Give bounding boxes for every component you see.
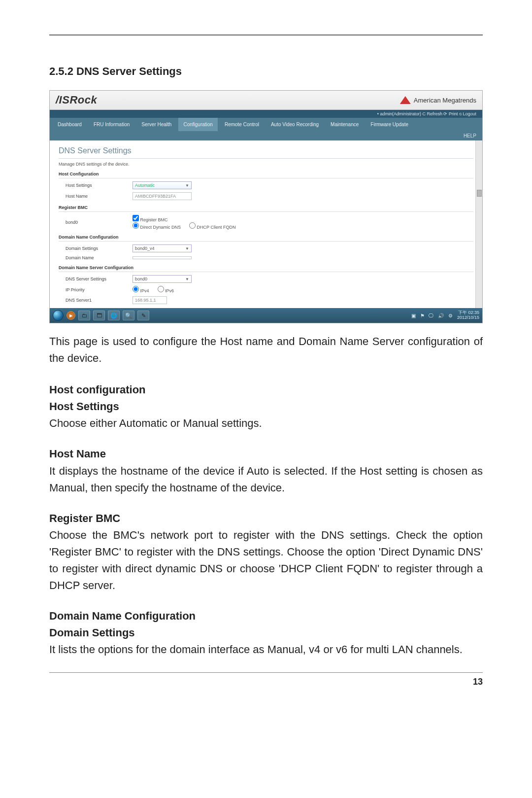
ss-domain-name-config: Domain Name Configuration Domain Setting… xyxy=(59,235,473,260)
ss-desc: Manage DNS settings of the device. xyxy=(59,162,473,167)
domain-settings-heading: Domain Settings xyxy=(49,625,483,641)
system-tray: ▣ ⚑ 🖵 🔊 ⚙ 下午 02:35 2012/10/15 xyxy=(411,308,479,323)
ss-help-link[interactable]: HELP xyxy=(50,131,482,140)
taskbar-app-5[interactable]: ✎ xyxy=(137,311,149,320)
register-bmc-text: Choose the BMC's network port to registe… xyxy=(49,527,483,594)
ami-text: American Megatrends xyxy=(414,97,476,104)
chevron-down-icon: ▼ xyxy=(185,183,189,188)
host-name-heading: Host Name xyxy=(49,446,483,462)
domain-name-label: Domain Name xyxy=(59,255,133,260)
register-bmc-checkbox[interactable]: Register BMC xyxy=(133,217,168,222)
windows-taskbar: ▶ 🗀 🗔 🌐 🔍 ✎ ▣ ⚑ 🖵 🔊 ⚙ 下午 02:35 2012/10/1… xyxy=(50,308,482,323)
ipv6-label: IPv6 xyxy=(165,288,174,293)
register-bmc-check-label: Register BMC xyxy=(140,217,168,222)
ss-page-title: DNS Server Settings xyxy=(59,146,473,159)
host-name-input[interactable]: AMIBCDFF93B21FA xyxy=(133,192,192,200)
scrollbar-thumb[interactable] xyxy=(477,190,482,197)
domain-config-heading: Domain Name Configuration xyxy=(49,608,483,625)
host-settings-label: Host Settings xyxy=(59,183,133,188)
start-orb-icon[interactable] xyxy=(53,310,64,321)
host-settings-text: Choose either Automatic or Manual settin… xyxy=(49,415,483,432)
taskbar-app-1[interactable]: 🗀 xyxy=(78,311,90,320)
host-name-block: Host Name It displays the hostname of th… xyxy=(49,446,483,496)
host-config-block: Host configuration Host Settings Choose … xyxy=(49,382,483,432)
tray-date: 2012/10/15 xyxy=(457,315,479,320)
ss-register-bmc: Register BMC bond0 Register BMC Direct D… xyxy=(59,205,473,230)
tray-clock[interactable]: 下午 02:35 2012/10/15 xyxy=(457,311,479,320)
domain-config-block: Domain Name Configuration Domain Setting… xyxy=(49,608,483,658)
host-settings-value: Automatic xyxy=(135,183,155,188)
ddns-radio-label: Direct Dynamic DNS xyxy=(140,225,181,230)
chevron-down-icon: ▼ xyxy=(185,277,189,281)
nav-firmware-update[interactable]: Firmware Update xyxy=(366,118,413,131)
dhcp-radio-input[interactable] xyxy=(189,222,196,229)
tray-icons[interactable]: ▣ ⚑ 🖵 🔊 ⚙ xyxy=(411,313,454,318)
nav-auto-video-recording[interactable]: Auto Video Recording xyxy=(266,118,324,131)
nav-fru-information[interactable]: FRU Information xyxy=(89,118,134,131)
top-rule xyxy=(49,35,483,35)
domain-settings-label: Domain Settings xyxy=(59,246,133,251)
section-title: 2.5.2 DNS Server Settings xyxy=(49,65,483,78)
dns-settings-select[interactable]: bond0 ▼ xyxy=(133,275,192,283)
dns-settings-value: bond0 xyxy=(135,277,147,281)
dhcp-radio-label: DHCP Client FQDN xyxy=(197,225,236,230)
domain-settings-value: bond0_v4 xyxy=(135,246,155,251)
ss-domain-config-title: Domain Name Configuration xyxy=(59,235,473,242)
intro-paragraph: This page is used to configure the Host … xyxy=(49,333,483,367)
host-config-heading: Host configuration xyxy=(49,382,483,398)
register-bmc-block: Register BMC Choose the BMC's network po… xyxy=(49,510,483,594)
ipv4-label: IPv4 xyxy=(140,288,149,293)
page-number: 13 xyxy=(49,673,483,687)
domain-settings-select[interactable]: bond0_v4 ▼ xyxy=(133,244,192,252)
host-name-text: It displays the hostname of the device i… xyxy=(49,463,483,496)
taskbar-app-2[interactable]: 🗔 xyxy=(93,311,105,320)
ami-logo: American Megatrends xyxy=(400,96,476,104)
domain-settings-text: It lists the options for the domain inte… xyxy=(49,641,483,658)
asrock-logo: /ISRock xyxy=(56,94,97,106)
ipv6-radio-input[interactable] xyxy=(158,286,164,292)
dns-server1-input[interactable]: 168.95.1.1 xyxy=(133,296,167,304)
nav-maintenance[interactable]: Maintenance xyxy=(326,118,364,131)
nav-dashboard[interactable]: Dashboard xyxy=(53,118,87,131)
ddns-radio-input[interactable] xyxy=(133,222,139,229)
wmp-icon[interactable]: ▶ xyxy=(66,311,75,320)
ss-user-bar: • admin(Administrator) C Refresh ⟳ Print… xyxy=(50,110,482,118)
ipv6-radio[interactable]: IPv6 xyxy=(158,288,174,293)
taskbar-app-3[interactable]: 🌐 xyxy=(108,311,120,320)
dns-settings-label: DNS Server Settings xyxy=(59,277,133,281)
taskbar-app-4[interactable]: 🔍 xyxy=(123,311,134,320)
screenshot-dns-settings: /ISRock American Megatrends • admin(Admi… xyxy=(49,90,483,323)
host-name-label: Host Name xyxy=(59,194,133,199)
domain-name-input[interactable] xyxy=(133,256,192,259)
ami-triangle-icon xyxy=(400,96,411,104)
host-settings-select[interactable]: Automatic ▼ xyxy=(133,181,192,189)
register-bmc-heading: Register BMC xyxy=(49,510,483,527)
ss-host-config: Host Configuration Host Settings Automat… xyxy=(59,172,473,200)
ip-priority-label: IP Priority xyxy=(59,287,133,292)
nav-remote-control[interactable]: Remote Control xyxy=(220,118,264,131)
dns-server1-label: DNS Server1 xyxy=(59,298,133,303)
register-bmc-check-input[interactable] xyxy=(133,215,139,221)
ipv4-radio-input[interactable] xyxy=(133,286,139,292)
host-settings-heading: Host Settings xyxy=(49,398,483,415)
ss-register-bmc-title: Register BMC xyxy=(59,205,473,212)
ss-dns-server-config: Domain Name Server Configuration DNS Ser… xyxy=(59,265,473,304)
direct-dynamic-dns-radio[interactable]: Direct Dynamic DNS xyxy=(133,225,181,230)
chevron-down-icon: ▼ xyxy=(185,246,189,251)
dhcp-client-fqdn-radio[interactable]: DHCP Client FQDN xyxy=(189,225,235,230)
ipv4-radio[interactable]: IPv4 xyxy=(133,288,149,293)
ss-host-config-title: Host Configuration xyxy=(59,172,473,178)
ss-dns-config-title: Domain Name Server Configuration xyxy=(59,265,473,272)
nav-server-health[interactable]: Server Health xyxy=(136,118,176,131)
ss-nav: Dashboard FRU Information Server Health … xyxy=(50,118,482,131)
nav-configuration[interactable]: Configuration xyxy=(178,118,217,131)
ss-header: /ISRock American Megatrends xyxy=(50,91,482,110)
scrollbar[interactable] xyxy=(475,140,482,308)
bond0-label: bond0 xyxy=(59,220,133,225)
ss-body: DNS Server Settings Manage DNS settings … xyxy=(50,140,482,308)
